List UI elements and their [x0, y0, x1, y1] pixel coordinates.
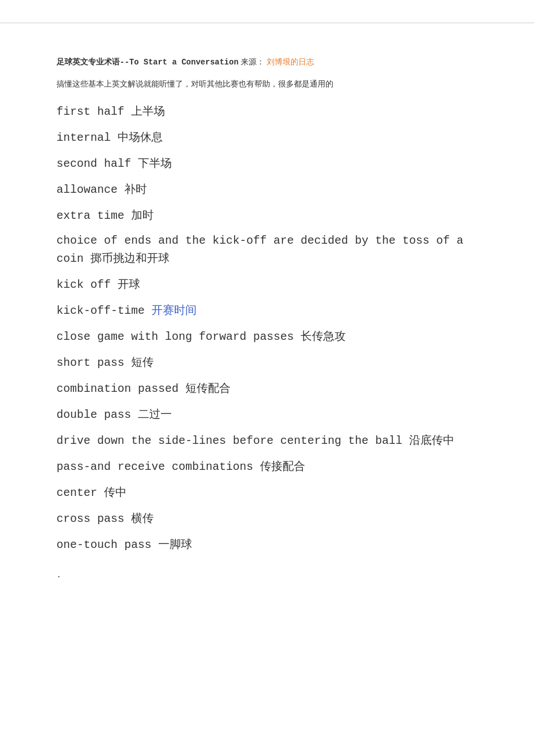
term-english: kick-off-time	[57, 304, 151, 317]
article-header: 足球英文专业术语--To Start a Conversation 来源： 刘博…	[57, 57, 477, 67]
term-chinese: 中场休息	[118, 131, 163, 143]
term-english: first half	[57, 105, 131, 118]
term-chinese: 下半场	[138, 157, 172, 169]
term-english: center	[57, 486, 104, 499]
term-english: one-touch pass	[57, 538, 158, 551]
term-english: pass-and receive combinations	[57, 460, 260, 473]
term-english: short pass	[57, 356, 131, 369]
term-english: drive down the side-lines before centeri…	[57, 434, 409, 447]
term-english: second half	[57, 157, 138, 170]
term-english: close game with long forward passes	[57, 330, 301, 343]
term-item: internal 中场休息	[57, 128, 477, 146]
term-chinese: 二过一	[138, 408, 172, 420]
term-item: center 传中	[57, 483, 477, 502]
term-chinese: 掷币挑边和开球	[90, 252, 170, 264]
term-item: first half 上半场	[57, 102, 477, 120]
term-chinese: 沿底传中	[409, 434, 454, 446]
term-english: double pass	[57, 408, 138, 421]
term-english: extra time	[57, 209, 131, 222]
intro-text: 搞懂这些基本上英文解说就能听懂了，对听其他比赛也有帮助，很多都是通用的	[57, 77, 477, 90]
term-chinese: 横传	[131, 512, 154, 524]
term-item: allowance 补时	[57, 180, 477, 198]
source-label: 来源：	[241, 57, 264, 66]
term-item: second half 下半场	[57, 154, 477, 172]
term-item: one-touch pass 一脚球	[57, 535, 477, 554]
term-chinese: 加时	[131, 209, 154, 221]
term-item: kick off 开球	[57, 275, 477, 293]
term-english: internal	[57, 131, 118, 144]
term-item: drive down the side-lines before centeri…	[57, 431, 477, 450]
term-english: kick off	[57, 278, 118, 291]
source-link[interactable]: 刘博垠的日志	[267, 57, 314, 66]
term-item: double pass 二过一	[57, 405, 477, 424]
term-chinese: 传接配合	[260, 460, 305, 472]
term-chinese: 补时	[124, 183, 147, 195]
term-item: choice of ends and the kick-off are deci…	[57, 232, 477, 267]
term-chinese: 短传	[131, 356, 154, 368]
term-item: close game with long forward passes 长传急攻	[57, 327, 477, 345]
term-english: combination passed	[57, 382, 185, 395]
term-chinese: 开球	[118, 278, 140, 290]
term-english: allowance	[57, 183, 124, 196]
term-item: kick-off-time 开赛时间	[57, 301, 477, 319]
article-title: 足球英文专业术语--To Start a Conversation	[57, 58, 238, 67]
term-item: extra time 加时	[57, 206, 477, 224]
term-item: cross pass 横传	[57, 509, 477, 528]
term-chinese: 短传配合	[185, 382, 231, 394]
term-chinese: 长传急攻	[301, 330, 346, 342]
term-chinese: 开赛时间	[151, 304, 197, 316]
term-item: short pass 短传	[57, 353, 477, 371]
term-english: cross pass	[57, 512, 131, 525]
term-chinese: 传中	[104, 486, 127, 498]
page-container: 足球英文专业术语--To Start a Conversation 来源： 刘博…	[0, 23, 534, 614]
term-item: combination passed 短传配合	[57, 379, 477, 398]
term-item: pass-and receive combinations 传接配合	[57, 457, 477, 476]
bottom-dot: .	[57, 571, 477, 580]
term-chinese: 上半场	[131, 105, 165, 117]
term-chinese: 一脚球	[158, 538, 192, 550]
terms-list: first half 上半场internal 中场休息second half 下…	[57, 102, 477, 554]
